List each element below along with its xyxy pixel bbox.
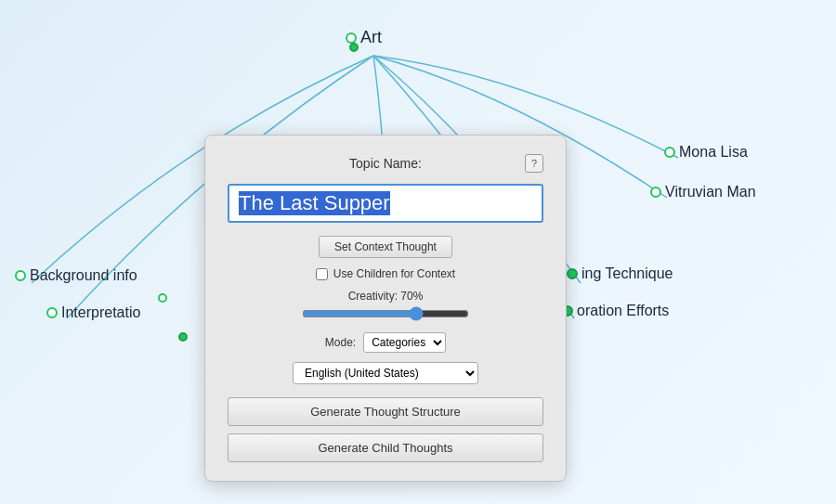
node-vitruvian-man[interactable]: Vitruvian Man [650, 184, 756, 200]
creativity-slider[interactable] [302, 306, 469, 321]
node-dot-background-info [15, 270, 26, 281]
mode-row: Mode: Categories Free Structured [228, 332, 543, 353]
node-background-info[interactable]: Background info [15, 267, 137, 284]
creativity-label: Creativity: 70% [348, 290, 424, 303]
node-dot-interpretation [46, 307, 58, 318]
help-button[interactable]: ? [525, 154, 543, 173]
set-context-row: Set Context Thought [228, 236, 543, 258]
language-select[interactable]: English (United States) English (United … [293, 362, 478, 384]
node-mona-lisa[interactable]: Mona Lisa [664, 144, 748, 161]
creativity-slider-row [228, 306, 543, 321]
mode-label: Mode: [325, 336, 356, 349]
node-painting-technique[interactable]: ing Technique [567, 265, 673, 282]
node-label-mona-lisa: Mona Lisa [679, 144, 748, 161]
node-label-painting-technique: ing Technique [581, 265, 673, 282]
node-interpretation[interactable]: Interpretatio [46, 304, 140, 321]
language-row: English (United States) English (United … [228, 362, 543, 384]
node-label-vitruvian-man: Vitruvian Man [665, 184, 756, 200]
use-children-row: Use Children for Context [228, 267, 543, 280]
node-dot-painting-technique [567, 268, 578, 279]
mode-select[interactable]: Categories Free Structured [363, 332, 446, 353]
node-dot-art [346, 32, 357, 44]
node-label-art: Art [360, 28, 382, 47]
node-art[interactable]: Art [346, 28, 382, 47]
node-dot-background-child [158, 293, 167, 303]
dialog-header: Topic Name: ? [228, 154, 543, 173]
node-dot-art-child [349, 43, 359, 52]
generate-children-button[interactable]: Generate Child Thoughts [228, 433, 543, 462]
generate-structure-button[interactable]: Generate Thought Structure [228, 397, 543, 426]
node-label-interpretation: Interpretatio [61, 304, 140, 321]
node-label-background-info: Background info [30, 267, 137, 284]
canvas: Art Context Thought Mona Lisa Vitruvian … [0, 0, 836, 504]
set-context-button[interactable]: Set Context Thought [319, 236, 452, 258]
topic-input[interactable] [228, 184, 543, 223]
node-dot-interpretation-child [178, 332, 188, 342]
creativity-label-row: Creativity: 70% [228, 290, 543, 303]
node-restoration-efforts[interactable]: oration Efforts [562, 303, 669, 319]
node-dot-vitruvian-man [650, 187, 661, 198]
dialog: Topic Name: ? Set Context Thought Use Ch… [204, 135, 567, 482]
node-label-restoration-efforts: oration Efforts [577, 303, 669, 319]
node-dot-mona-lisa [664, 147, 675, 158]
topic-name-label: Topic Name: [333, 156, 438, 171]
use-children-label: Use Children for Context [333, 267, 455, 280]
use-children-checkbox[interactable] [316, 268, 328, 280]
